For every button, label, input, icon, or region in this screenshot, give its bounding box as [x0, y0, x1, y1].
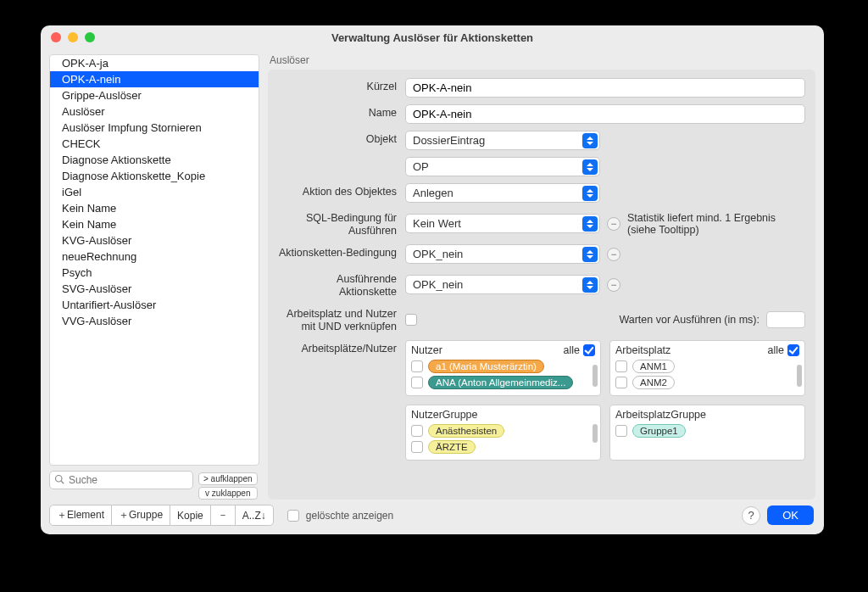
arbeitsplatzgruppe-title: ArbeitsplatzGruppe: [615, 409, 706, 421]
list-item[interactable]: Grippe-Auslöser: [50, 87, 259, 103]
label-kuerzel: Kürzel: [278, 78, 397, 98]
scrollbar-thumb[interactable]: [797, 365, 802, 387]
svg-point-0: [56, 476, 63, 483]
list-item[interactable]: CHECK: [50, 136, 259, 152]
pill[interactable]: Anästhesisten: [428, 424, 504, 438]
titlebar: Verwaltung Auslöser für Aktionsketten: [41, 25, 824, 49]
scrollbar-thumb[interactable]: [593, 424, 598, 443]
pill-row: ÄRZTE: [411, 440, 595, 454]
input-name[interactable]: [405, 104, 805, 124]
label-arbeitsnutzer: Arbeitsplätze/Nutzer: [278, 340, 397, 461]
arbeitsplatz-title: Arbeitsplatz: [615, 344, 670, 356]
input-warten[interactable]: [766, 311, 805, 328]
list-item[interactable]: Untarifiert-Auslöser: [50, 297, 259, 313]
checkbox-item[interactable]: [411, 377, 423, 388]
sql-note: Statistik liefert mind. 1 Ergebnis (sieh…: [627, 212, 805, 236]
close-icon[interactable]: [51, 32, 61, 42]
checkbox-item[interactable]: [411, 441, 423, 453]
collapse-button[interactable]: v zuklappen: [198, 487, 258, 500]
traffic-lights: [51, 32, 95, 42]
search-input[interactable]: [49, 471, 193, 489]
pill[interactable]: ANM2: [632, 376, 675, 389]
remove-akbed-button[interactable]: −: [607, 248, 620, 261]
select-sql[interactable]: Kein Wert: [405, 214, 600, 233]
minimize-icon[interactable]: [68, 32, 78, 42]
pill[interactable]: Gruppe1: [632, 424, 686, 438]
select-objekt2[interactable]: OP: [405, 157, 600, 176]
checkbox-nutzer-alle[interactable]: [583, 344, 595, 356]
chevron-updown-icon: [582, 133, 598, 148]
list-item[interactable]: Auslöser: [50, 103, 259, 120]
pill[interactable]: ÄRZTE: [428, 440, 476, 454]
zoom-icon[interactable]: [85, 32, 95, 42]
window-title: Verwaltung Auslöser für Aktionsketten: [41, 31, 824, 44]
add-group-button[interactable]: ＋Gruppe: [112, 505, 170, 526]
list-item[interactable]: VVG-Auslöser: [50, 313, 259, 329]
checkbox-item[interactable]: [615, 360, 627, 372]
list-item[interactable]: Kein Name: [50, 216, 259, 232]
pill-row: ANA (Anton Allgemeinmediz...: [411, 376, 595, 389]
box-nutzergruppe: NutzerGruppe AnästhesistenÄRZTE: [405, 405, 601, 461]
label-sql: SQL-Bedingung für Ausführen: [278, 209, 397, 237]
checkbox-show-deleted[interactable]: [287, 510, 299, 522]
pill-row: Anästhesisten: [411, 424, 595, 438]
expand-button[interactable]: > aufklappen: [198, 472, 258, 485]
checkbox-arbeitsplatz-alle[interactable]: [787, 344, 799, 356]
help-button[interactable]: ?: [742, 506, 760, 525]
section-label: Auslöser: [270, 54, 815, 66]
show-deleted-label: gelöschte anzeigen: [306, 510, 393, 522]
toolbar: ＋Element ＋Gruppe Kopie － A..Z↓: [49, 505, 274, 526]
list-item[interactable]: OPK-A-nein: [50, 71, 259, 87]
checkbox-item[interactable]: [615, 377, 627, 388]
label-und: Arbeitsplatz und Nutzer mit UND verknüpf…: [278, 305, 397, 333]
remove-ausf-button[interactable]: −: [607, 278, 620, 292]
box-arbeitsplatzgruppe: ArbeitsplatzGruppe Gruppe1: [609, 405, 805, 461]
pill-row: a1 (Maria Musterärztin): [411, 360, 595, 373]
form-panel: Kürzel Name Objekt DossierEintrag OP: [268, 70, 815, 500]
scrollbar-thumb[interactable]: [593, 365, 598, 387]
pill-row: ANM1: [615, 360, 799, 373]
form-area: Auslöser Kürzel Name Objekt DossierEintr…: [268, 54, 815, 500]
pill[interactable]: a1 (Maria Musterärztin): [428, 360, 544, 373]
pill[interactable]: ANA (Anton Allgemeinmediz...: [428, 376, 573, 389]
list-item[interactable]: OPK-A-ja: [50, 55, 259, 71]
list-item[interactable]: KVG-Auslöser: [50, 232, 259, 249]
checkbox-item[interactable]: [411, 425, 423, 437]
chevron-updown-icon: [582, 216, 598, 232]
chevron-updown-icon: [582, 186, 598, 201]
select-ausf-value: OPK_nein: [413, 278, 463, 291]
remove-sql-button[interactable]: −: [607, 217, 620, 231]
input-kuerzel[interactable]: [405, 78, 805, 98]
select-ausf[interactable]: OPK_nein: [405, 275, 600, 294]
search-icon: [54, 474, 64, 487]
chevron-updown-icon: [582, 247, 598, 262]
list-item[interactable]: iGel: [50, 184, 259, 200]
list-item[interactable]: neueRechnung: [50, 249, 259, 265]
pill-row: ANM2: [615, 376, 799, 389]
trigger-list[interactable]: OPK-A-jaOPK-A-neinGrippe-AuslöserAuslöse…: [49, 54, 259, 466]
copy-button[interactable]: Kopie: [170, 505, 211, 526]
sort-button[interactable]: A..Z↓: [236, 505, 274, 526]
select-objekt[interactable]: DossierEintrag: [405, 131, 600, 150]
remove-button[interactable]: －: [211, 505, 236, 526]
select-aktion[interactable]: Anlegen: [405, 183, 600, 203]
sidebar: OPK-A-jaOPK-A-neinGrippe-AuslöserAuslöse…: [49, 54, 259, 500]
list-item[interactable]: Auslöser Impfung Stornieren: [50, 120, 259, 136]
checkbox-item[interactable]: [411, 360, 423, 372]
pill[interactable]: ANM1: [632, 360, 675, 373]
list-item[interactable]: Psych: [50, 265, 259, 281]
select-objekt2-value: OP: [413, 160, 429, 173]
list-item[interactable]: SVG-Auslöser: [50, 281, 259, 297]
chevron-updown-icon: [582, 159, 598, 175]
list-item[interactable]: Kein Name: [50, 200, 259, 216]
checkbox-item[interactable]: [615, 425, 627, 437]
add-element-button[interactable]: ＋Element: [49, 505, 112, 526]
label-name: Name: [278, 104, 397, 124]
ok-button[interactable]: OK: [767, 505, 814, 525]
list-item[interactable]: Diagnose Aktionskette: [50, 152, 259, 168]
alle-label: alle: [564, 344, 580, 356]
select-akbed[interactable]: OPK_nein: [405, 244, 600, 264]
list-item[interactable]: Diagnose Aktionskette_Kopie: [50, 168, 259, 184]
select-akbed-value: OPK_nein: [413, 248, 463, 260]
checkbox-und[interactable]: [405, 314, 417, 326]
